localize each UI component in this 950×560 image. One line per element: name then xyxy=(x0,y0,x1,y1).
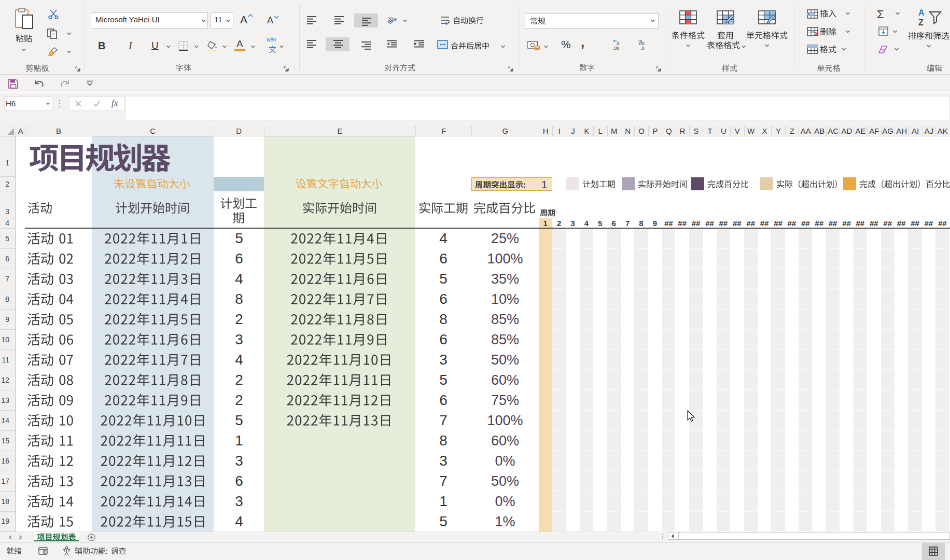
svg-text:.00: .00 xyxy=(613,46,620,50)
svg-text:.0: .0 xyxy=(640,46,645,50)
